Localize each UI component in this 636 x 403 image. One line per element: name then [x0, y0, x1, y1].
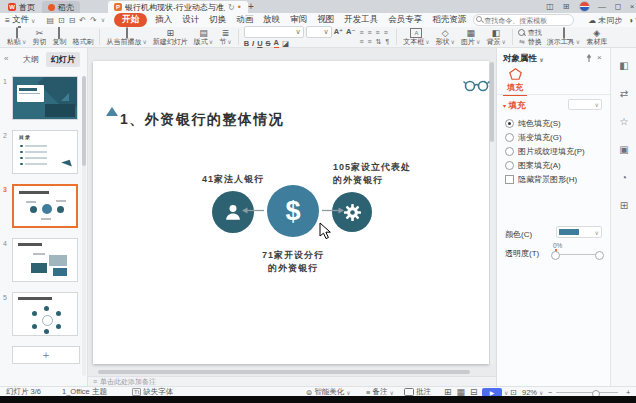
- slide-thumbnail-3-selected[interactable]: [12, 184, 78, 228]
- dollar-circle[interactable]: $: [267, 185, 319, 237]
- align-left-icon[interactable]: ≡: [376, 29, 382, 37]
- format-painter-button[interactable]: 格式刷: [69, 27, 96, 47]
- text-direction-icon[interactable]: ¶: [385, 38, 391, 46]
- font-family-select[interactable]: ∨: [244, 26, 304, 38]
- fill-option-picture-texture[interactable]: 图片或纹理填充(P): [505, 146, 585, 157]
- slide-layout-button[interactable]: ▤ 版式∨: [191, 27, 216, 47]
- shapes-button[interactable]: ◇ 形状∨: [433, 27, 458, 47]
- collaborate-button[interactable]: ◑协作: [628, 15, 636, 26]
- collapse-panel-button[interactable]: «: [4, 54, 8, 63]
- chevron-down-icon[interactable]: ∨: [101, 16, 105, 25]
- animation-pane-icon[interactable]: ⇄: [611, 88, 636, 99]
- ribbon-tab-transitions[interactable]: 切换: [204, 14, 231, 26]
- italic-button[interactable]: I: [252, 40, 254, 48]
- home-tab[interactable]: W 首页: [2, 1, 41, 13]
- bold-button[interactable]: B: [244, 40, 249, 48]
- ribbon-tab-developer[interactable]: 开发工具: [339, 14, 383, 26]
- docer-tab[interactable]: 稻壳: [42, 1, 80, 13]
- print-icon[interactable]: ⊡: [58, 16, 65, 25]
- fill-tab[interactable]: 填充: [503, 68, 527, 96]
- ribbon-tab-animation[interactable]: 动画: [231, 14, 258, 26]
- chevron-down-icon[interactable]: ∨: [539, 56, 544, 63]
- tab-outline[interactable]: 大纲: [18, 52, 44, 67]
- slide-thumbnail-1[interactable]: [12, 76, 78, 120]
- justify-icon[interactable]: ≡: [367, 38, 373, 46]
- ribbon-tab-review[interactable]: 审阅: [285, 14, 312, 26]
- layout-pane-icon[interactable]: ▣: [611, 144, 636, 155]
- ribbon-tab-view[interactable]: 视图: [312, 14, 339, 26]
- bullets-icon[interactable]: ≡: [359, 29, 365, 37]
- cut-button[interactable]: ✂ 剪切: [29, 27, 49, 47]
- slide-thumbnail-4[interactable]: [12, 238, 78, 282]
- font-size-select[interactable]: ∨: [306, 26, 332, 38]
- copy-button[interactable]: 复制: [49, 27, 69, 47]
- assets-library-button[interactable]: ◈ 素材库: [583, 27, 610, 47]
- minimize-button[interactable]: —: [594, 0, 610, 13]
- sidebar-scrollbar-thumb[interactable]: [82, 76, 86, 166]
- pin-panel-icon[interactable]: [585, 54, 593, 62]
- decrease-font-icon[interactable]: A⁻: [346, 28, 355, 36]
- file-menu[interactable]: ≡ 文件 ∨: [0, 14, 40, 26]
- highlight-color-button[interactable]: ◪: [282, 40, 289, 48]
- presentation-tools-button[interactable]: 演示工具∨: [544, 27, 583, 47]
- command-search-input[interactable]: [473, 14, 574, 26]
- underline-button[interactable]: U: [257, 40, 262, 48]
- redo-icon[interactable]: ↷: [90, 16, 97, 25]
- picture-button[interactable]: ▦ 图片∨: [458, 27, 483, 47]
- add-slide-button[interactable]: +: [12, 346, 80, 364]
- slider-thumb[interactable]: [551, 251, 560, 260]
- strikethrough-button[interactable]: S: [266, 40, 271, 48]
- fill-option-gradient[interactable]: 渐变填充(G): [505, 132, 562, 143]
- ribbon-tab-design[interactable]: 设计: [177, 14, 204, 26]
- slide-title[interactable]: 1、外资银行的整体情况: [120, 111, 284, 129]
- align-center-icon[interactable]: ≡: [384, 29, 390, 37]
- numbering-icon[interactable]: ≡: [367, 29, 373, 37]
- document-tab[interactable]: P 银行机构现状-行业动态与准入情况 ↻ •: [108, 1, 248, 13]
- apps-pane-icon[interactable]: ⊞: [611, 200, 636, 211]
- replace-button[interactable]: ⇋替换: [518, 38, 542, 46]
- slider-track[interactable]: [557, 254, 597, 255]
- save-icon[interactable]: ▤: [46, 16, 54, 25]
- notes-bar[interactable]: ≡ 单击此处添加备注: [88, 376, 496, 386]
- apps-grid-icon[interactable]: ⊞: [558, 0, 574, 13]
- ribbon-tab-docer-resources[interactable]: 稻壳资源: [427, 14, 471, 26]
- label-branch-banks[interactable]: 71家开设分行 的外资银行: [241, 249, 345, 275]
- color-dropdown[interactable]: ∨: [556, 226, 602, 238]
- label-rep-offices[interactable]: 105家设立代表处 的外资银行: [333, 161, 443, 187]
- properties-pane-icon[interactable]: ◧: [611, 60, 636, 71]
- slide-thumbnail-2[interactable]: 目录: [12, 130, 78, 174]
- current-slide[interactable]: 1、外资银行的整体情况 $: [93, 61, 489, 364]
- fill-option-hide-background[interactable]: 隐藏背景图形(H): [505, 174, 577, 185]
- fill-preset-dropdown[interactable]: ∨: [568, 99, 602, 110]
- export-icon[interactable]: ⊟: [69, 16, 76, 25]
- slider-end[interactable]: [595, 251, 604, 260]
- sync-status[interactable]: ☁未同步: [588, 15, 622, 26]
- find-button[interactable]: 查找: [518, 29, 542, 37]
- align-right-icon[interactable]: ≡: [359, 38, 365, 46]
- transition-pane-icon[interactable]: ◔: [611, 172, 636, 183]
- undo-icon[interactable]: ↶: [79, 16, 86, 25]
- avatar[interactable]: [576, 0, 592, 13]
- close-button[interactable]: ×: [624, 0, 636, 13]
- ribbon-tab-slideshow[interactable]: 放映: [258, 14, 285, 26]
- text-box-button[interactable]: A 文本框∨: [400, 27, 432, 47]
- new-document-tab-button[interactable]: +: [248, 0, 254, 13]
- background-button[interactable]: ◧ 背景∨: [483, 27, 508, 47]
- paste-button[interactable]: 粘贴∨: [4, 27, 29, 47]
- fill-option-pattern[interactable]: 图案填充(A): [505, 160, 561, 171]
- label-corporate-banks[interactable]: 41家法人银行: [185, 173, 281, 186]
- fill-option-solid[interactable]: 纯色填充(S): [505, 118, 561, 129]
- horizontal-scrollbar[interactable]: [98, 370, 470, 374]
- fill-section-header[interactable]: ▾ 填充: [503, 100, 525, 112]
- font-color-button[interactable]: A: [274, 39, 279, 49]
- favorites-pane-icon[interactable]: ☆: [611, 116, 636, 127]
- vertical-scrollbar-thumb[interactable]: [490, 62, 494, 142]
- close-panel-icon[interactable]: ×: [597, 53, 602, 62]
- play-from-current-button[interactable]: 从当前播放∨: [103, 27, 149, 47]
- tab-slides[interactable]: 幻灯片: [46, 52, 80, 67]
- ribbon-tab-membership[interactable]: 会员专享: [383, 14, 427, 26]
- workspace-layout-icon[interactable]: ◫: [542, 0, 558, 13]
- line-spacing-icon[interactable]: ⇅: [376, 38, 384, 46]
- section-button[interactable]: ≣ 节∨: [216, 27, 234, 47]
- new-slide-button[interactable]: ⊞ 新建幻灯片: [150, 27, 191, 47]
